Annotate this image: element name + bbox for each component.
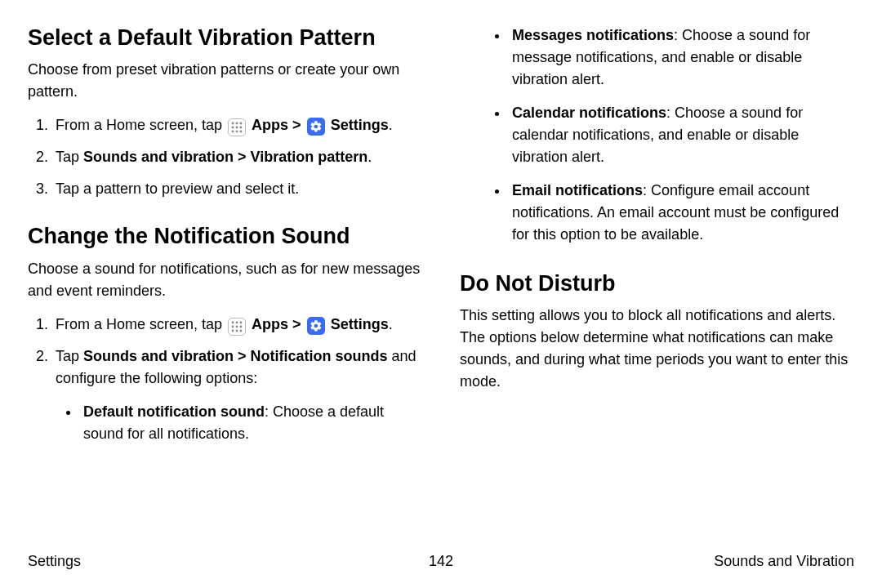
svg-point-14 [240, 325, 243, 327]
section-notification-sound: Change the Notification Sound Choose a s… [28, 223, 422, 444]
svg-point-8 [240, 131, 243, 133]
path-part: Sounds and vibration [83, 149, 234, 165]
option-name: Calendar notifications [512, 105, 666, 121]
heading-notification-sound: Change the Notification Sound [28, 223, 422, 249]
svg-point-7 [236, 131, 238, 133]
apps-label: Apps [252, 117, 288, 133]
apps-label: Apps [252, 316, 288, 332]
settings-icon [307, 317, 325, 335]
step-1: From a Home screen, tap Apps > Settings. [52, 314, 422, 336]
intro-vibration-pattern: Choose from preset vibration patterns or… [28, 59, 422, 103]
page-number: 142 [429, 553, 453, 570]
page-footer: Settings 142 Sounds and Vibration [28, 553, 854, 570]
intro-notification-sound: Choose a sound for notifications, such a… [28, 258, 422, 302]
svg-point-11 [240, 321, 243, 323]
svg-point-15 [232, 329, 234, 332]
svg-point-0 [232, 122, 234, 125]
option-name: Default notification sound [83, 403, 265, 420]
intro-do-not-disturb: This setting allows you to block all not… [460, 305, 854, 393]
left-column: Select a Default Vibration Pattern Choos… [28, 24, 422, 531]
option-name: Messages notifications [512, 27, 674, 43]
step-3: Tap a pattern to preview and select it. [52, 178, 422, 200]
list-item: Email notifications: Configure email acc… [509, 180, 854, 246]
period: . [389, 316, 393, 332]
step-2: Tap Sounds and vibration > Notification … [52, 345, 422, 445]
svg-point-16 [236, 329, 238, 332]
svg-point-9 [232, 321, 234, 323]
chevron: > [238, 348, 247, 364]
steps-vibration-pattern: From a Home screen, tap Apps > Settings. [28, 114, 422, 200]
footer-left: Settings [28, 553, 81, 570]
step-text: From a Home screen, tap [56, 316, 226, 332]
footer-right: Sounds and Vibration [714, 553, 854, 570]
steps-notification-sound: From a Home screen, tap Apps > Settings. [28, 314, 422, 445]
svg-point-6 [232, 131, 234, 133]
svg-point-1 [236, 122, 238, 125]
section-do-not-disturb: Do Not Disturb This setting allows you t… [460, 270, 854, 393]
apps-icon [228, 118, 246, 136]
option-name: Email notifications [512, 182, 643, 198]
svg-point-12 [232, 325, 234, 327]
list-item: Messages notifications: Choose a sound f… [509, 24, 854, 91]
svg-point-4 [236, 127, 238, 129]
svg-point-10 [236, 321, 238, 323]
path-part: Vibration pattern [251, 149, 368, 165]
content-columns: Select a Default Vibration Pattern Choos… [28, 24, 854, 531]
options-list: Default notification sound: Choose a def… [56, 401, 422, 445]
period: . [389, 117, 393, 133]
step-text: Tap [56, 149, 83, 165]
step-1: From a Home screen, tap Apps > Settings. [52, 114, 422, 136]
heading-vibration-pattern: Select a Default Vibration Pattern [28, 24, 422, 51]
section-vibration-pattern: Select a Default Vibration Pattern Choos… [28, 24, 422, 200]
step-2: Tap Sounds and vibration > Vibration pat… [52, 146, 422, 168]
svg-point-13 [236, 325, 238, 327]
settings-icon [307, 118, 325, 136]
svg-point-17 [240, 329, 243, 332]
path-part: Sounds and vibration [83, 348, 234, 364]
heading-do-not-disturb: Do Not Disturb [460, 270, 854, 296]
step-text: From a Home screen, tap [56, 117, 226, 133]
chevron: > [238, 149, 247, 165]
settings-label: Settings [331, 316, 389, 332]
settings-label: Settings [331, 117, 389, 133]
options-list-continued: Messages notifications: Choose a sound f… [460, 24, 854, 246]
svg-point-3 [232, 127, 234, 129]
step-text: Tap [56, 348, 83, 364]
list-item: Default notification sound: Choose a def… [80, 401, 422, 445]
svg-point-5 [240, 127, 243, 129]
right-column: Messages notifications: Choose a sound f… [460, 24, 854, 531]
list-item: Calendar notifications: Choose a sound f… [509, 102, 854, 168]
apps-icon [228, 318, 246, 336]
path-part: Notification sounds [251, 348, 388, 364]
chevron: > [292, 117, 301, 133]
svg-point-2 [240, 122, 243, 125]
period: . [368, 149, 372, 165]
chevron: > [292, 316, 301, 332]
